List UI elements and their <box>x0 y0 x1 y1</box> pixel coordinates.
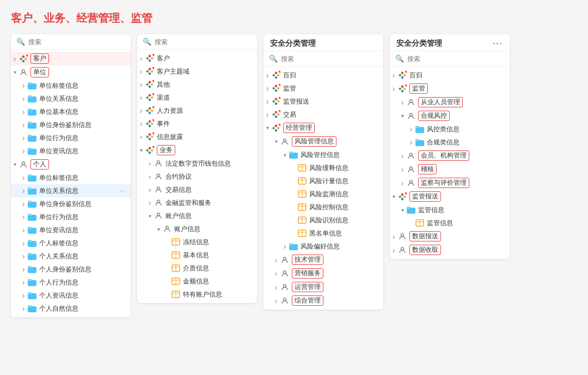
svg-rect-126 <box>277 100 280 103</box>
tree-item-p3-jianguan[interactable]: › 监管 <box>264 82 383 95</box>
tree-item-p1-geren-biaoqian2[interactable]: › 个人标签信息 <box>11 237 131 250</box>
tree-item-p2-kehu[interactable]: › 客户 <box>137 52 257 65</box>
tree-item-p2-yewu[interactable]: ▾ 业务 <box>137 143 257 157</box>
tree-item-p1-geren-shenfen2[interactable]: › 个人身份鉴别信息 <box>11 263 131 276</box>
red-border-wrap: 合规风控 <box>418 111 450 121</box>
tree-item-p3-fengxian-guanli[interactable]: ▾ 风险管理信息 <box>264 135 383 148</box>
tree-item-p3-yunying[interactable]: › 运营管理 <box>264 280 383 294</box>
tree-item-p3-jishu[interactable]: › 技术管理 <box>264 253 383 267</box>
tree-item-p4-jianguan[interactable]: › 监管 <box>390 82 510 95</box>
panel-3-search: 🔍 <box>264 51 383 66</box>
tree-item-p4-hege-lei[interactable]: › 合规类信息 <box>390 136 510 149</box>
tree-item-p2-yewu-zhanghu[interactable]: ▾ 账户信息 <box>137 209 257 222</box>
tree-item-p4-fengkong-lei[interactable]: › 风控类信息 <box>390 123 510 136</box>
tree-item-p3-heiming[interactable]: 黑名单信息 <box>264 227 383 240</box>
tree-item-p2-qita[interactable]: › 其他 <box>137 78 257 91</box>
tree-item-p1-geren-zixun[interactable]: › 单位资讯信息 <box>11 223 131 237</box>
tree-item-p4-jiancha[interactable]: › 监察与评价管理 <box>390 176 510 190</box>
tree-item-p4-baiyi[interactable]: › 百归 <box>390 69 510 82</box>
tree-item-p1-geren-biaoqian[interactable]: › 单位标签信息 <box>11 171 131 184</box>
tree-item-p1-geren-zixun2[interactable]: › 个人资讯信息 <box>11 289 131 302</box>
tree-item-p1-geren-guanxi[interactable]: › 单位关系信息··· <box>11 184 131 197</box>
tree-item-p1-danwei[interactable]: ▾ 单位 <box>11 65 131 79</box>
svg-rect-143 <box>289 152 293 154</box>
tree-item-p4-jianguan-xinxi-item[interactable]: 监管信息 <box>390 216 510 229</box>
tree-item-p4-shuju-baosong[interactable]: › 数据报送 <box>390 229 510 243</box>
tree-arrow: › <box>272 297 280 305</box>
tree-item-p3-fengxian-kongzhi2[interactable]: 风险控制信息 <box>264 201 383 214</box>
red-border-wrap: 监管 <box>409 83 428 94</box>
tree-item-p3-fengxian-pianao[interactable]: › 风险偏好信息 <box>264 240 383 253</box>
tree-item-p1-geren-xingwei[interactable]: › 单位行为信息 <box>11 210 131 223</box>
tree-item-p1-danwei-jiben[interactable]: › 单位基本信息 <box>11 105 131 118</box>
tree-item-p2-shijian[interactable]: › 事件 <box>137 117 257 130</box>
svg-rect-53 <box>148 72 151 75</box>
tree-item-p3-fengxian-kongzhi[interactable]: ▾ 风险管控信息 <box>264 148 383 161</box>
tree-item-p2-zhanghu-info[interactable]: ▾ 账户信息 <box>137 222 257 235</box>
tree-item-p3-jianguan-baosong[interactable]: › 监管报送 <box>264 95 383 108</box>
tree-item-p1-danwei-biaoqian[interactable]: › 单位标签信息 <box>11 79 131 92</box>
tree-item-p2-zhanghu-jine[interactable]: 金额信息 <box>137 275 257 288</box>
red-border-wrap: 个人 <box>30 159 49 170</box>
panel-3-header: 安全分类管理 <box>264 34 383 51</box>
tree-icon-person <box>154 159 163 168</box>
svg-rect-61 <box>152 93 154 96</box>
tree-label: 账户信息 <box>174 225 253 234</box>
tree-item-p4-congyerenyuan[interactable]: › 从业人员管理 <box>390 95 510 109</box>
tree-item-p1-geren-guanxi2[interactable]: › 个人关系信息 <box>11 250 131 263</box>
tree-item-p4-guifafengkong[interactable]: ▾ 合规风控 <box>390 109 510 123</box>
tree-icon-folder <box>27 199 37 209</box>
tree-item-p4-jihe[interactable]: › 稽核 <box>390 162 510 176</box>
tree-item-p3-fengxian-jiance[interactable]: 风险监测信息 <box>264 188 383 201</box>
tree-item-p4-jianguan-xinxi[interactable]: ▾ 监管信息 <box>390 203 510 216</box>
tree-item-p2-xinxi[interactable]: › 信息披露 <box>137 130 257 143</box>
tree-item-p3-zonghe[interactable]: › 综合管理 <box>264 294 383 307</box>
tree-icon-folder <box>27 264 37 274</box>
tree-item-p3-fengxian-shibie[interactable]: 风险识别信息 <box>264 214 383 227</box>
tree-item-p1-danwei-shenfen[interactable]: › 单位身份鉴别信息 <box>11 118 131 131</box>
search-input-4[interactable] <box>407 55 504 63</box>
svg-rect-137 <box>274 124 278 127</box>
search-input-2[interactable] <box>155 38 252 46</box>
tree-label: 监管信息 <box>418 205 505 215</box>
tree-item-p2-yewu-jinrong[interactable]: › 金融监管和服务 <box>137 196 257 209</box>
tree-item-p2-renli[interactable]: › 人力资源 <box>137 104 257 117</box>
tree-item-p1-geren-xingwei2[interactable]: › 个人行为信息 <box>11 276 131 289</box>
panel-1-tree: › 客户▾ 单位› 单位标签信息› 单位关系信息› 单位基本信息› 单位身份鉴别… <box>11 50 131 317</box>
tree-item-p2-kehu-zhuti[interactable]: › 客户主题域 <box>137 65 257 78</box>
tree-item-p3-jiaoyi[interactable]: › 交易 <box>264 108 383 121</box>
tree-item-p3-jingyingguanli[interactable]: ▾ 经营管理 <box>264 121 383 135</box>
more-icon[interactable]: ··· <box>120 186 126 195</box>
search-input-1[interactable] <box>28 38 125 46</box>
tree-item-p4-shuju-shoucao[interactable]: › 数据收取 <box>390 243 510 257</box>
tree-item-p1-geren[interactable]: ▾ 个人 <box>11 158 131 171</box>
tree-icon-person <box>397 245 407 255</box>
tree-item-p2-zhanghu-jiben[interactable]: 基本信息 <box>137 249 257 262</box>
tree-item-p4-huiyuan[interactable]: › 会员、机构管理 <box>390 149 510 162</box>
tree-item-p1-kehu[interactable]: › 客户 <box>11 52 131 65</box>
tree-item-p2-qudao[interactable]: › 渠道 <box>137 91 257 104</box>
tree-item-p2-yewu-hetong[interactable]: › 合约协议 <box>137 170 257 183</box>
tree-item-p2-zhanghu-jieyou[interactable]: 介质信息 <box>137 262 257 275</box>
tree-item-p1-geren-ziran[interactable]: › 个人自然信息 <box>11 302 131 315</box>
tree-item-p2-zhanghu-dongjie[interactable]: 冻结信息 <box>137 235 257 249</box>
tree-arrow: ▾ <box>272 138 280 144</box>
tree-item-p3-fengxian-huanjie[interactable]: 风险缓释信息 <box>264 161 383 174</box>
tree-arrow: › <box>20 173 27 182</box>
tree-item-p3-baiyi[interactable]: › 百归 <box>264 69 383 82</box>
svg-rect-138 <box>277 126 280 130</box>
tree-label: 单位身份鉴别信息 <box>39 199 126 209</box>
tree-label: 单位基本信息 <box>39 107 126 117</box>
tree-item-p2-yewu-jiaoyi[interactable]: › 交易信息 <box>137 183 257 196</box>
tree-item-p4-jianguan-baosong[interactable]: ▾ 监管报送 <box>390 190 510 203</box>
tree-item-p2-yewu-fading[interactable]: › 法定数字货币钱包信息 <box>137 157 257 170</box>
tree-item-p2-zhanghu-teyou[interactable]: 特有账户信息 <box>137 288 257 301</box>
tree-item-p1-geren-shenfen[interactable]: › 单位身份鉴别信息 <box>11 197 131 210</box>
svg-rect-31 <box>28 240 32 242</box>
tree-item-p3-fengxian-jiliang[interactable]: 风险计量信息 <box>264 174 383 188</box>
tree-item-p1-danwei-xingwei[interactable]: › 单位行为信息 <box>11 131 131 144</box>
tree-item-p1-danwei-guanxi[interactable]: › 单位关系信息 <box>11 92 131 105</box>
search-input-3[interactable] <box>281 55 378 63</box>
tree-item-p3-yingxiao[interactable]: › 营销服务 <box>264 267 383 280</box>
tree-item-p1-danwei-zixun[interactable]: › 单位资讯信息 <box>11 144 131 158</box>
